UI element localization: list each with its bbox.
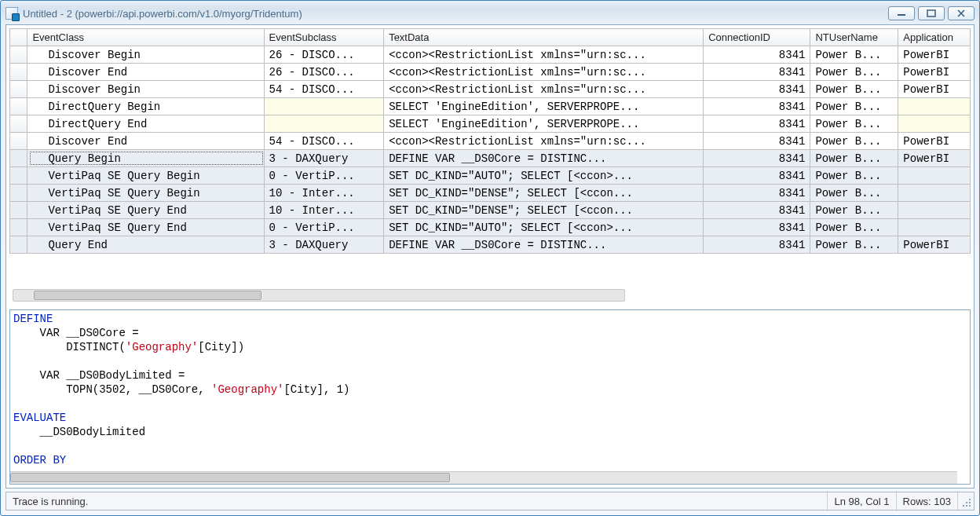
cell-text-data[interactable]: DEFINE VAR __DS0Core = DISTINC... <box>384 236 704 254</box>
cell-text-data[interactable]: DEFINE VAR __DS0Core = DISTINC... <box>384 150 704 167</box>
cell-nt-user[interactable]: Power B... <box>810 115 898 133</box>
cell-text-data[interactable]: SELECT 'EngineEdition', SERVERPROPE... <box>384 98 704 115</box>
table-row[interactable]: DirectQuery Begin SELECT 'EngineEdition'… <box>10 98 971 115</box>
cell-connection-id[interactable]: 8341 <box>704 202 810 219</box>
cell-event-subclass[interactable] <box>264 115 384 133</box>
cell-application[interactable]: PowerBI <box>898 133 971 150</box>
cell-nt-user[interactable]: Power B... <box>810 64 898 81</box>
cell-application[interactable] <box>898 115 971 133</box>
cell-event-subclass[interactable]: 0 - VertiP... <box>264 219 384 236</box>
cell-event-subclass[interactable] <box>264 98 384 115</box>
cell-event-subclass[interactable]: 3 - DAXQuery <box>264 236 384 254</box>
cell-application[interactable] <box>898 167 971 185</box>
query-text[interactable]: DEFINE VAR __DS0Core = DISTINCT('Geograp… <box>10 310 970 469</box>
cell-text-data[interactable]: SELECT 'EngineEdition', SERVERPROPE... <box>384 115 704 133</box>
cell-application[interactable]: PowerBI <box>898 46 971 64</box>
cell-application[interactable] <box>898 202 971 219</box>
cell-event-class[interactable]: Discover Begin <box>27 81 264 98</box>
table-row[interactable]: Discover Begin26 - DISCO...<ccon><Restri… <box>10 46 971 64</box>
cell-connection-id[interactable]: 8341 <box>704 185 810 202</box>
trace-grid[interactable]: EventClass EventSubclass TextData Connec… <box>9 28 971 254</box>
code-scroll-thumb[interactable] <box>10 473 450 482</box>
cell-event-class[interactable]: Discover End <box>27 64 264 81</box>
row-header[interactable] <box>10 64 27 81</box>
cell-event-class[interactable]: Discover Begin <box>27 46 264 64</box>
minimize-button[interactable] <box>888 6 915 20</box>
cell-connection-id[interactable]: 8341 <box>704 98 810 115</box>
cell-event-subclass[interactable]: 10 - Inter... <box>264 202 384 219</box>
cell-connection-id[interactable]: 8341 <box>704 46 810 64</box>
row-header[interactable] <box>10 185 27 202</box>
cell-event-class[interactable]: VertiPaq SE Query End <box>27 202 264 219</box>
cell-event-class[interactable]: Query End <box>27 236 264 254</box>
cell-application[interactable] <box>898 98 971 115</box>
cell-text-data[interactable]: <ccon><RestrictionList xmlns="urn:sc... <box>384 64 704 81</box>
cell-connection-id[interactable]: 8341 <box>704 167 810 185</box>
cell-event-class[interactable]: Discover End <box>27 133 264 150</box>
table-row[interactable]: Query End3 - DAXQueryDEFINE VAR __DS0Cor… <box>10 236 971 254</box>
row-header[interactable] <box>10 150 27 167</box>
row-header[interactable] <box>10 167 27 185</box>
table-row[interactable]: Discover End26 - DISCO...<ccon><Restrict… <box>10 64 971 81</box>
table-row[interactable]: VertiPaq SE Query Begin10 - Inter...SET … <box>10 185 971 202</box>
cell-event-subclass[interactable]: 26 - DISCO... <box>264 64 384 81</box>
cell-text-data[interactable]: SET DC_KIND="DENSE"; SELECT [<ccon... <box>384 202 704 219</box>
cell-application[interactable]: PowerBI <box>898 64 971 81</box>
cell-connection-id[interactable]: 8341 <box>704 236 810 254</box>
row-header[interactable] <box>10 98 27 115</box>
col-nt-user[interactable]: NTUserName <box>810 29 898 46</box>
cell-text-data[interactable]: <ccon><RestrictionList xmlns="urn:sc... <box>384 133 704 150</box>
cell-application[interactable]: PowerBI <box>898 236 971 254</box>
cell-event-class[interactable]: DirectQuery Begin <box>27 98 264 115</box>
code-horizontal-scrollbar[interactable] <box>10 471 957 484</box>
table-row[interactable]: VertiPaq SE Query End10 - Inter...SET DC… <box>10 202 971 219</box>
resize-grip-icon[interactable] <box>958 492 974 510</box>
cell-event-subclass[interactable]: 26 - DISCO... <box>264 46 384 64</box>
table-row[interactable]: VertiPaq SE Query End0 - VertiP...SET DC… <box>10 219 971 236</box>
table-row[interactable]: Discover Begin54 - DISCO...<ccon><Restri… <box>10 81 971 98</box>
cell-connection-id[interactable]: 8341 <box>704 219 810 236</box>
col-application[interactable]: Application <box>898 29 971 46</box>
cell-event-class[interactable]: VertiPaq SE Query End <box>27 219 264 236</box>
cell-event-subclass[interactable]: 10 - Inter... <box>264 185 384 202</box>
row-header[interactable] <box>10 133 27 150</box>
row-header[interactable] <box>10 219 27 236</box>
cell-nt-user[interactable]: Power B... <box>810 236 898 254</box>
cell-text-data[interactable]: <ccon><RestrictionList xmlns="urn:sc... <box>384 46 704 64</box>
cell-event-subclass[interactable]: 0 - VertiP... <box>264 167 384 185</box>
cell-connection-id[interactable]: 8341 <box>704 64 810 81</box>
query-text-pane[interactable]: DEFINE VAR __DS0Core = DISTINCT('Geograp… <box>9 309 971 485</box>
cell-application[interactable] <box>898 219 971 236</box>
cell-event-subclass[interactable]: 54 - DISCO... <box>264 81 384 98</box>
col-text-data[interactable]: TextData <box>384 29 704 46</box>
cell-event-class[interactable]: DirectQuery End <box>27 115 264 133</box>
cell-event-subclass[interactable]: 3 - DAXQuery <box>264 150 384 167</box>
row-header[interactable] <box>10 202 27 219</box>
cell-text-data[interactable]: SET DC_KIND="DENSE"; SELECT [<ccon... <box>384 185 704 202</box>
close-button[interactable] <box>948 6 975 20</box>
maximize-button[interactable] <box>918 6 945 20</box>
table-row[interactable]: Query Begin3 - DAXQueryDEFINE VAR __DS0C… <box>10 150 971 167</box>
cell-nt-user[interactable]: Power B... <box>810 81 898 98</box>
col-event-class[interactable]: EventClass <box>27 29 264 46</box>
col-connection-id[interactable]: ConnectionID <box>704 29 810 46</box>
col-event-subclass[interactable]: EventSubclass <box>264 29 384 46</box>
row-header[interactable] <box>10 46 27 64</box>
cell-nt-user[interactable]: Power B... <box>810 185 898 202</box>
cell-event-class[interactable]: VertiPaq SE Query Begin <box>27 185 264 202</box>
cell-text-data[interactable]: <ccon><RestrictionList xmlns="urn:sc... <box>384 81 704 98</box>
cell-connection-id[interactable]: 8341 <box>704 133 810 150</box>
cell-connection-id[interactable]: 8341 <box>704 81 810 98</box>
row-header[interactable] <box>10 115 27 133</box>
grid-horizontal-scrollbar[interactable] <box>13 289 625 302</box>
table-row[interactable]: Discover End54 - DISCO...<ccon><Restrict… <box>10 133 971 150</box>
cell-nt-user[interactable]: Power B... <box>810 46 898 64</box>
cell-connection-id[interactable]: 8341 <box>704 150 810 167</box>
cell-nt-user[interactable]: Power B... <box>810 98 898 115</box>
cell-application[interactable] <box>898 185 971 202</box>
cell-connection-id[interactable]: 8341 <box>704 115 810 133</box>
cell-nt-user[interactable]: Power B... <box>810 133 898 150</box>
row-header[interactable] <box>10 81 27 98</box>
title-bar[interactable]: Untitled - 2 (powerbi://api.powerbi.com/… <box>2 2 978 24</box>
cell-application[interactable]: PowerBI <box>898 150 971 167</box>
